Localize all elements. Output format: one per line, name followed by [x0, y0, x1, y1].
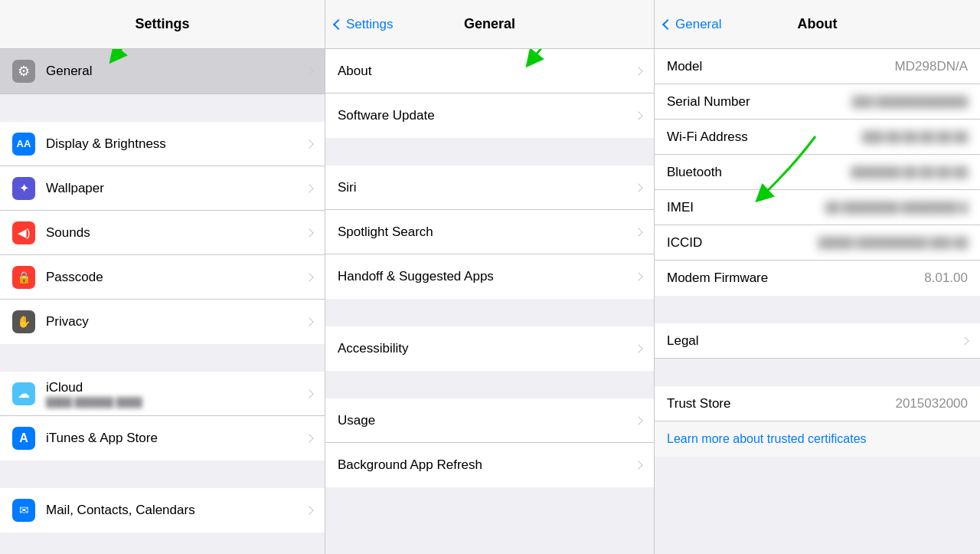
right-back-button[interactable]: General: [664, 17, 721, 32]
left-column: Settings ⚙ General: [0, 0, 325, 554]
mid-header: Settings General: [325, 0, 654, 49]
section-2: AA Display & Brightness ✦ Wallpaper ◀): [0, 122, 325, 344]
sidebar-item-icloud[interactable]: ☁ iCloud ████ ██████ ████: [0, 372, 325, 416]
model-value: MD298DN/A: [895, 59, 968, 74]
mid-title: General: [464, 16, 515, 32]
mid-item-background[interactable]: Background App Refresh: [325, 443, 654, 487]
display-label: Display & Brightness: [46, 136, 306, 152]
section-3: ☁ iCloud ████ ██████ ████ A iTunes & App…: [0, 372, 325, 461]
siri-label: Siri: [338, 180, 635, 195]
section-4: ✉ Mail, Contacts, Calendars: [0, 488, 325, 533]
about-item-trust: Trust Store 2015032000: [655, 386, 980, 421]
trust-label: Trust Store: [667, 396, 887, 411]
section-1: ⚙ General: [0, 49, 325, 94]
about-label: About: [338, 64, 635, 79]
itunes-label: iTunes & App Store: [46, 431, 306, 446]
icloud-sublabel: ████ ██████ ████: [46, 397, 306, 408]
section-gap-2: [0, 344, 325, 372]
mid-item-accessibility[interactable]: Accessibility: [325, 326, 654, 371]
spotlight-label: Spotlight Search: [338, 225, 635, 240]
about-item-imei: IMEI ██ ████████ ████████ █: [655, 190, 980, 225]
about-item-legal[interactable]: Legal: [655, 323, 980, 359]
trust-section: Trust Store 2015032000 Learn more about …: [655, 386, 980, 457]
chevron-right-icon: [305, 228, 313, 237]
trust-value: 2015032000: [895, 396, 968, 411]
background-label: Background App Refresh: [338, 457, 635, 473]
about-item-link[interactable]: Learn more about trusted certificates: [655, 421, 980, 457]
chevron-right-icon: [305, 273, 313, 281]
sidebar-item-sounds[interactable]: ◀) Sounds: [0, 211, 325, 255]
right-header: General About: [655, 0, 980, 49]
sidebar-item-display[interactable]: AA Display & Brightness: [0, 122, 325, 166]
chevron-right-icon: [305, 67, 313, 75]
legal-section: Legal: [655, 323, 980, 359]
mid-item-usage[interactable]: Usage: [325, 398, 654, 443]
trust-link[interactable]: Learn more about trusted certificates: [667, 432, 867, 446]
modem-value: 8.01.00: [924, 270, 968, 286]
right-column: General About Model MD298DN/A Serial Num…: [655, 0, 980, 554]
mid-list: About Software Update: [325, 49, 654, 554]
chevron-right-icon: [634, 228, 642, 236]
chevron-right-icon: [305, 434, 313, 442]
general-label: General: [46, 64, 306, 79]
model-label: Model: [667, 59, 887, 74]
chevron-right-icon: [634, 461, 642, 469]
sidebar-item-itunes[interactable]: A iTunes & App Store: [0, 416, 325, 461]
about-item-bluetooth: Bluetooth ███████ ██ ██ ██ ██: [655, 155, 980, 190]
mid-item-software-update[interactable]: Software Update: [325, 93, 654, 138]
sounds-icon: ◀): [12, 221, 35, 244]
chevron-right-icon: [634, 344, 642, 352]
imei-value: ██ ████████ ████████ █: [825, 202, 968, 213]
serial-label: Serial Number: [667, 94, 844, 110]
mid-back-label: Settings: [346, 17, 393, 32]
about-section-1: Model MD298DN/A Serial Number ███ ██████…: [655, 49, 980, 296]
bluetooth-value: ███████ ██ ██ ██ ██: [851, 166, 968, 178]
section-gap-1: [0, 94, 325, 122]
icloud-label: iCloud: [46, 380, 306, 395]
accessibility-label: Accessibility: [338, 341, 635, 356]
chevron-right-icon: [634, 111, 642, 120]
usage-label: Usage: [338, 413, 635, 428]
sidebar-item-general[interactable]: ⚙ General: [0, 49, 325, 93]
passcode-label: Passcode: [46, 270, 306, 285]
back-chevron-icon: [333, 18, 344, 29]
mid-section-1: About Software Update: [325, 49, 654, 138]
right-gap-2: [655, 359, 980, 386]
privacy-icon: ✋: [12, 310, 35, 333]
sidebar-item-mail[interactable]: ✉ Mail, Contacts, Calendars: [0, 488, 325, 533]
back-chevron-icon: [662, 18, 673, 29]
about-item-wifi: Wi-Fi Address ███ ██ ██ ██ ██ ██: [655, 120, 980, 155]
left-header: Settings: [0, 0, 325, 49]
serial-value: ███ █████████████: [852, 96, 968, 107]
mid-item-spotlight[interactable]: Spotlight Search: [325, 210, 654, 254]
left-list: ⚙ General: [0, 49, 325, 554]
chevron-right-icon: [305, 184, 313, 192]
bluetooth-label: Bluetooth: [667, 165, 843, 180]
sidebar-item-wallpaper[interactable]: ✦ Wallpaper: [0, 166, 325, 211]
about-item-serial: Serial Number ███ █████████████: [655, 84, 980, 120]
mid-item-handoff[interactable]: Handoff & Suggested Apps: [325, 254, 654, 299]
chevron-right-icon: [305, 139, 313, 148]
section-gap-3: [0, 461, 325, 488]
left-title: Settings: [135, 16, 189, 32]
right-list: Model MD298DN/A Serial Number ███ ██████…: [655, 49, 980, 554]
general-icon: ⚙: [12, 60, 35, 83]
mid-item-about[interactable]: About: [325, 49, 654, 93]
modem-label: Modem Firmware: [667, 270, 916, 286]
mid-section-2: Siri Spotlight Search Handoff & Suggeste…: [325, 166, 654, 299]
chevron-right-icon: [634, 183, 642, 192]
mid-section-4: Usage Background App Refresh: [325, 398, 654, 487]
itunes-icon: A: [12, 427, 35, 450]
sidebar-item-privacy[interactable]: ✋ Privacy: [0, 300, 325, 344]
legal-chevron-icon: [960, 336, 969, 345]
handoff-label: Handoff & Suggested Apps: [338, 269, 635, 284]
mid-item-siri[interactable]: Siri: [325, 166, 654, 210]
privacy-label: Privacy: [46, 314, 306, 329]
imei-label: IMEI: [667, 200, 818, 215]
chevron-right-icon: [305, 317, 313, 326]
wifi-value: ███ ██ ██ ██ ██ ██: [862, 131, 968, 143]
sounds-label: Sounds: [46, 225, 306, 241]
chevron-right-icon: [634, 67, 642, 75]
mid-back-button[interactable]: Settings: [335, 17, 393, 32]
sidebar-item-passcode[interactable]: 🔒 Passcode: [0, 255, 325, 300]
